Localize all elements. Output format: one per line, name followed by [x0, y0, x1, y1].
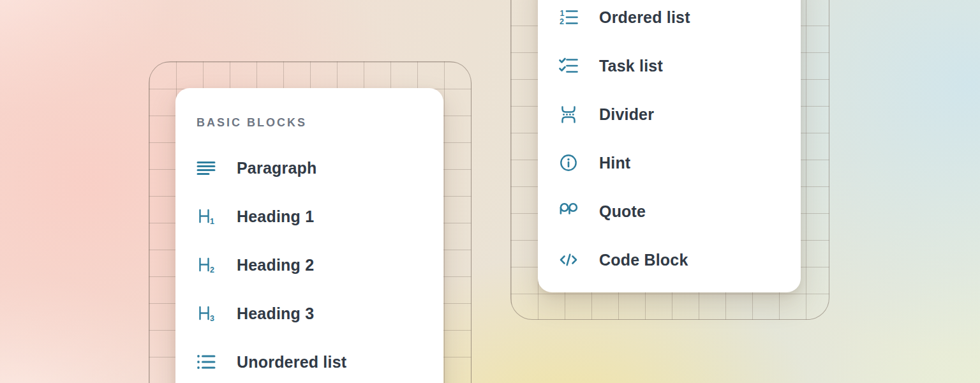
menu-item-label: Hint	[599, 154, 630, 172]
code-block-icon	[558, 250, 579, 270]
basic-blocks-card: BASIC BLOCKS Paragraph 1 Heading 1 2 Hea…	[175, 88, 443, 383]
menu-item-divider[interactable]: Divider	[538, 90, 801, 139]
basic-blocks-menu: Paragraph 1 Heading 1 2 Heading 2 3 Head…	[175, 144, 443, 383]
hint-icon	[558, 153, 579, 173]
menu-item-label: Unordered list	[237, 353, 346, 372]
task-list-icon	[558, 56, 579, 76]
menu-item-code-block[interactable]: Code Block	[538, 236, 801, 284]
basic-blocks-header: BASIC BLOCKS	[197, 111, 443, 134]
advanced-blocks-card: 1 2 Ordered list Task list Divider Hint …	[538, 0, 801, 292]
menu-item-label: Heading 1	[237, 207, 314, 226]
heading-3-icon: 3	[196, 303, 216, 324]
menu-item-label: Paragraph	[237, 159, 316, 177]
menu-item-ordered-list[interactable]: 1 2 Ordered list	[538, 0, 801, 41]
ordered-list-icon: 1 2	[558, 7, 579, 27]
svg-text:2: 2	[560, 17, 564, 26]
menu-item-label: Ordered list	[599, 8, 690, 27]
svg-text:1: 1	[210, 217, 214, 226]
menu-item-label: Heading 2	[237, 256, 314, 274]
advanced-blocks-menu: 1 2 Ordered list Task list Divider Hint …	[538, 0, 801, 284]
svg-text:2: 2	[210, 266, 214, 274]
menu-item-label: Task list	[599, 57, 663, 75]
quote-icon	[558, 201, 579, 222]
menu-item-hint[interactable]: Hint	[538, 139, 801, 187]
paragraph-icon	[196, 158, 216, 178]
divider-icon	[558, 104, 579, 124]
menu-item-heading-2[interactable]: 2 Heading 2	[175, 241, 443, 289]
menu-item-label: Divider	[599, 105, 654, 124]
menu-item-paragraph[interactable]: Paragraph	[175, 144, 443, 192]
menu-item-quote[interactable]: Quote	[538, 187, 801, 236]
heading-2-icon: 2	[196, 255, 216, 275]
heading-1-icon: 1	[196, 206, 216, 227]
unordered-list-icon	[196, 352, 216, 372]
svg-text:3: 3	[210, 314, 214, 323]
menu-item-task-list[interactable]: Task list	[538, 41, 801, 90]
menu-item-unordered-list[interactable]: Unordered list	[175, 338, 443, 383]
menu-item-label: Code Block	[599, 251, 688, 269]
menu-item-label: Quote	[599, 202, 646, 221]
menu-item-label: Heading 3	[237, 304, 314, 323]
menu-item-heading-3[interactable]: 3 Heading 3	[175, 289, 443, 338]
menu-item-heading-1[interactable]: 1 Heading 1	[175, 192, 443, 241]
